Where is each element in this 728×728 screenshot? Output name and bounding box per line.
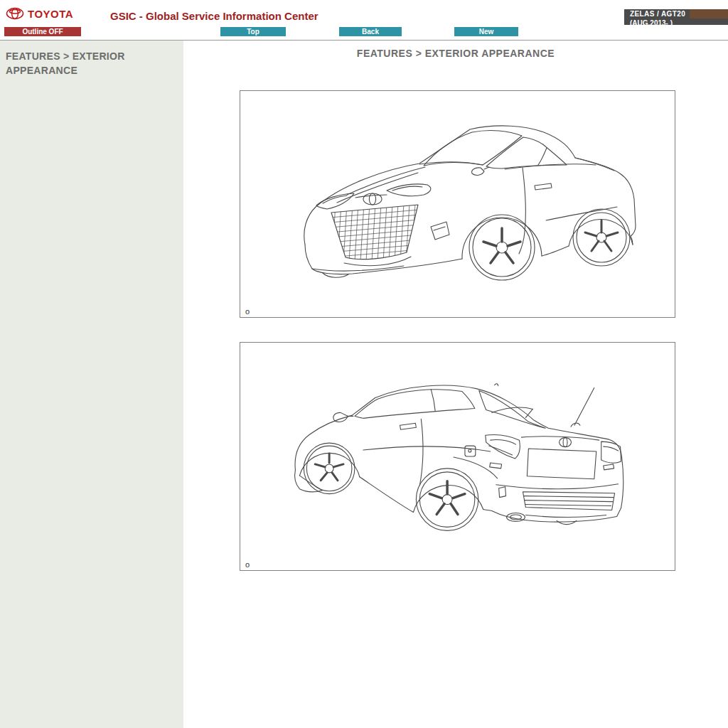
car-rear-illustration [240, 343, 675, 570]
figure-caption: o [245, 560, 250, 569]
vehicle-model-box: ZELAS / AGT20 (AUG.2013- ) [624, 9, 728, 25]
vehicle-model-code: ZELAS / AGT20 [624, 9, 690, 18]
top-header: TOYOTA GSIC - Global Service Information… [0, 0, 728, 26]
back-button[interactable]: Back [339, 27, 402, 36]
sidebar-breadcrumb: FEATURES > EXTERIOR APPEARANCE [6, 49, 162, 78]
model-box-brown-strip [690, 9, 728, 18]
new-button[interactable]: New [454, 27, 518, 36]
sidebar: FEATURES > EXTERIOR APPEARANCE [0, 41, 183, 728]
figure-caption: o [245, 307, 250, 316]
figure-front-three-quarter: o [240, 90, 675, 318]
figure-rear-three-quarter: o [240, 342, 675, 571]
outline-toggle-button[interactable]: Outline OFF [4, 27, 81, 36]
gsic-page: TOYOTA GSIC - Global Service Information… [0, 0, 728, 728]
toyota-logo-icon [6, 7, 24, 20]
vehicle-model-sub: (AUG.2013- ) [624, 18, 728, 25]
toolbar: Outline OFF Top Back New [0, 26, 728, 41]
car-front-illustration [240, 91, 675, 317]
page-title: FEATURES > EXTERIOR APPEARANCE [183, 48, 728, 59]
content-area: FEATURES > EXTERIOR APPEARANCE FEATURES … [0, 41, 728, 728]
app-title: GSIC - Global Service Information Center [110, 10, 318, 22]
toyota-wordmark: TOYOTA [28, 8, 73, 20]
top-button[interactable]: Top [220, 27, 286, 36]
main-panel: FEATURES > EXTERIOR APPEARANCE [183, 41, 728, 728]
toyota-brand: TOYOTA [6, 7, 73, 20]
